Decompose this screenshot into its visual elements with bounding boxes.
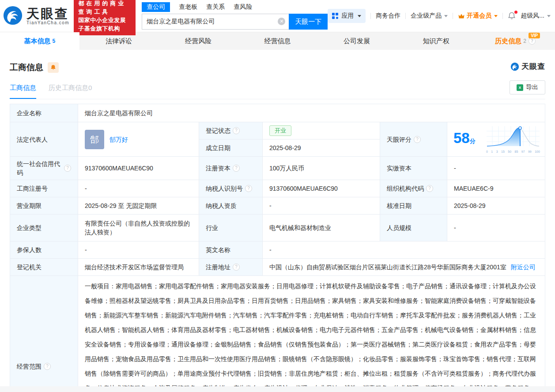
field-label-legal-rep: 法定代表人 — [10, 122, 78, 157]
score-value: 58 — [453, 130, 470, 146]
field-label-org-code: 组织机构代码? — [380, 180, 447, 197]
score-unit: 分 — [470, 138, 476, 144]
score-number: 58分 — [453, 131, 476, 148]
table-row: 经营范围? 一般项目：家用电器销售；家用电器零配件销售；家用电器安装服务；日用电… — [10, 276, 545, 392]
help-icon[interactable]: ? — [44, 363, 51, 370]
search-tab-boss[interactable]: 查老板 — [179, 3, 197, 11]
field-value-reg-capital: 100万人民币 — [263, 157, 380, 180]
table-row: 登记机关 烟台经济技术开发区市场监督管理局 注册地址? 中国（山东）自由贸易试验… — [10, 259, 545, 276]
table-row: 工商注册号 - 纳税人识别号? 91370600MAEUAE6C90 组织机构代… — [10, 180, 545, 197]
export-label: 导出 — [526, 83, 538, 91]
field-label-company-name: 企业名称 — [10, 104, 78, 122]
tianyancha-swirl-icon — [510, 62, 519, 71]
notifications-bell[interactable] — [508, 12, 516, 20]
help-icon[interactable]: ? — [529, 38, 536, 45]
vip-label: 开通会员 — [467, 12, 491, 20]
enterprise-label: 企业级产品 — [411, 12, 442, 20]
search-tab-company[interactable]: 查公司 — [142, 2, 170, 12]
brand-slogan: 都在用的商业查询工具 国家中小企业发展子基金旗下机构 — [74, 0, 136, 35]
field-value-english-name: - — [263, 241, 545, 259]
help-icon[interactable]: ? — [414, 136, 421, 143]
search-tab-relation[interactable]: 查关系 — [206, 3, 225, 11]
field-value-reg-address: 中国（山东）自由贸易试验区烟台片区福莱山街道长江路28号华新国际商务大厦2001… — [263, 259, 545, 276]
apps-menu[interactable]: 应用 — [328, 9, 366, 23]
subtab-business-info[interactable]: 工商信息 — [10, 84, 36, 99]
tab-legal[interactable]: 法律诉讼 — [79, 32, 159, 50]
search-button[interactable]: 天眼一下 — [289, 14, 328, 30]
table-row: 法定代表人 郜 郜万好 登记状态 ? 开业 成立日期 2025-08-29 天眼… — [10, 122, 545, 157]
crown-icon — [458, 13, 465, 19]
field-value-taxpayer-id: 91370600MAEUAE6C90 — [263, 180, 380, 197]
tab-intellectual-property[interactable]: 知识产权 — [396, 32, 476, 50]
field-value-company-name: 烟台京之星电器有限公司 — [78, 104, 545, 122]
field-label-credit-code: 统一社会信用代码? — [10, 157, 78, 180]
nav-cooperation[interactable]: 商务合作 — [376, 12, 400, 20]
divider — [405, 13, 406, 19]
legal-rep-avatar[interactable]: 郜 — [85, 130, 104, 149]
subtab-bar: 工商信息 历史工商信息0 x 导出 — [10, 84, 545, 99]
open-vip-link[interactable]: 开通会员 — [458, 12, 498, 20]
field-value-staff-size: - — [447, 215, 545, 241]
help-icon[interactable]: ? — [64, 165, 71, 172]
tab-basic-info[interactable]: 基本信息 5 — [0, 32, 79, 50]
chevron-down-icon — [358, 15, 361, 17]
help-icon[interactable]: ? — [426, 185, 433, 192]
slogan-line2: 国家中小企业发展子基金旗下机构 — [78, 16, 131, 33]
field-value-business-scope: 一般项目：家用电器销售；家用电器零配件销售；家用电器安装服务；日用电器修理；计算… — [78, 276, 545, 392]
help-icon[interactable]: ? — [233, 264, 240, 271]
business-info-table: 企业名称 烟台京之星电器有限公司 法定代表人 郜 郜万好 登记状态 ? 开业 成… — [10, 104, 545, 392]
notification-dot — [514, 11, 517, 14]
excel-icon: x — [517, 84, 523, 91]
chevron-down-icon — [547, 15, 551, 17]
super-risk-label: 超级风... — [521, 12, 544, 20]
table-row: 统一社会信用代码? 91370600MAEUAE6C90 注册资本? 100万人… — [10, 157, 545, 180]
tab-history-info[interactable]: VIP 历史信息 2 ? — [476, 32, 555, 50]
nearby-companies-link[interactable]: 附近公司 — [511, 263, 536, 271]
field-value-est-date: 2025-08-29 — [263, 139, 380, 157]
field-value-industry: 电气机械和器材制造业 — [263, 215, 380, 241]
field-label-insured-count: 参保人数 — [10, 241, 78, 259]
nav-super-risk[interactable]: 超级风... — [521, 12, 551, 20]
top-nav: 应用 商务合作 企业级产品 开通会员 超级风... — [328, 9, 551, 23]
reg-status-label: 登记状态 — [206, 126, 230, 135]
search-input[interactable] — [142, 14, 289, 30]
company-tab-bar: 基本信息 5 法律诉讼 经营风险 经营信息 公司发展 知识产权 VIP 历史信息… — [0, 32, 555, 50]
main-content: 工商信息 天眼查 工商信息 历史工商信息0 x 导出 企业名称 烟台京之星电器有… — [0, 50, 555, 392]
subtab-history-business-info[interactable]: 历史工商信息0 — [49, 84, 92, 99]
help-icon[interactable]: ? — [245, 185, 252, 192]
tab-history-count: 2 — [523, 38, 526, 44]
search-tab-risk[interactable]: 查风险 — [234, 3, 252, 11]
field-value-reg-number: - — [78, 180, 199, 197]
help-icon[interactable]: ? — [233, 127, 240, 134]
field-label-reg-capital: 注册资本? — [199, 157, 263, 180]
tianyancha-swirl-icon — [3, 5, 23, 27]
field-label-reg-status: 登记状态 ? — [199, 122, 263, 139]
help-icon[interactable]: ? — [233, 165, 240, 172]
field-value-approval-date: 2025-08-29 — [447, 197, 545, 215]
table-row: 参保人数 - 英文名称 - — [10, 241, 545, 259]
divider — [502, 13, 503, 19]
logo-title: 天眼查 — [26, 7, 69, 20]
divider — [453, 13, 453, 19]
tab-company-development[interactable]: 公司发展 — [317, 32, 396, 50]
tab-operating-info[interactable]: 经营信息 — [238, 32, 317, 50]
tab-operating-risk[interactable]: 经营风险 — [159, 32, 238, 50]
status-badge: 开业 — [269, 125, 291, 136]
field-value-company-type: 有限责任公司（非自然人投资或控股的法人独资） — [78, 215, 199, 241]
chevron-down-icon — [444, 15, 448, 17]
slogan-line1: 都在用的商业查询工具 — [78, 0, 131, 16]
field-value-score: 58分 — [447, 122, 545, 157]
logo-domain: TianYanCha.com — [26, 20, 69, 25]
nav-enterprise-products[interactable]: 企业级产品 — [411, 12, 448, 20]
legal-rep-name-link[interactable]: 郜万好 — [109, 135, 128, 144]
monitor-bell-button[interactable] — [48, 62, 59, 73]
search-box: 查公司 查老板 查关系 查风险 ✕ 天眼一下 — [142, 2, 328, 30]
export-button[interactable]: x 导出 — [510, 80, 545, 94]
field-value-insured-count: - — [78, 241, 199, 259]
tianyancha-logo[interactable]: 天眼查 TianYanCha.com — [3, 5, 69, 27]
field-label-english-name: 英文名称 — [199, 241, 263, 259]
field-label-taxpayer-quality: 纳税人资质 — [199, 197, 263, 215]
section-title: 工商信息 — [10, 62, 43, 73]
table-row: 企业名称 烟台京之星电器有限公司 — [10, 104, 545, 122]
apps-label: 应用 — [341, 12, 354, 20]
